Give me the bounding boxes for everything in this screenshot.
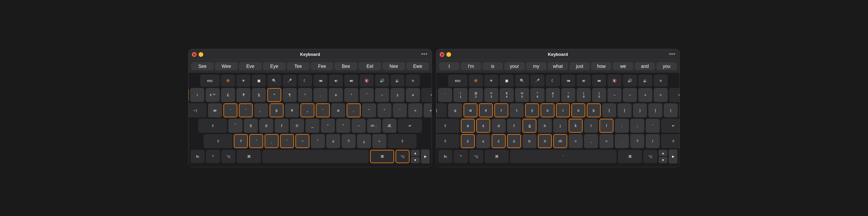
- r-key-m[interactable]: ḿ: [553, 134, 567, 148]
- key-f[interactable]: f: [275, 119, 289, 133]
- suggestion-im[interactable]: I'm: [461, 62, 481, 70]
- r-key-arrow-down[interactable]: ▼: [659, 157, 668, 163]
- suggestion-fee[interactable]: Fee: [311, 62, 333, 70]
- r-key-lbracket[interactable]: [: [618, 103, 631, 117]
- r-key-percent[interactable]: %5: [515, 88, 529, 102]
- right-close-button[interactable]: ✕: [440, 52, 444, 57]
- key-i[interactable]: i: [190, 88, 204, 102]
- suggestion-tee[interactable]: Tee: [287, 62, 309, 70]
- key-thorn[interactable]: þ: [270, 103, 284, 117]
- r-key-d[interactable]: d: [492, 119, 506, 133]
- r-key-z[interactable]: ź: [461, 134, 475, 148]
- r-key-brightness-up[interactable]: ☀: [484, 75, 498, 86]
- key-option-left[interactable]: ⌥: [221, 150, 236, 163]
- r-key-brightness-down[interactable]: 🔅: [469, 75, 483, 86]
- r-key-hash[interactable]: #3: [484, 88, 498, 102]
- r-key-b[interactable]: b: [522, 134, 536, 148]
- key-apostrophe2[interactable]: ʻ: [239, 103, 253, 117]
- r-key-r[interactable]: ŕ: [494, 103, 508, 117]
- key-single-high[interactable]: ': [393, 103, 407, 117]
- key-macron2[interactable]: ¯: [228, 119, 243, 133]
- r-key-fn[interactable]: fn: [438, 150, 453, 163]
- key-dquo[interactable]: ": [321, 119, 335, 133]
- r-key-j[interactable]: j: [553, 119, 567, 133]
- r-key-f[interactable]: f: [507, 119, 521, 133]
- r-key-l[interactable]: l: [584, 119, 598, 133]
- suggestion-wee[interactable]: Wee: [215, 62, 238, 70]
- r-key-dollar[interactable]: $4: [500, 88, 514, 102]
- key-ellipsis[interactable]: Nº…: [367, 119, 381, 133]
- r-key-rewind[interactable]: ⏮: [561, 75, 575, 86]
- suggestion-is[interactable]: is: [483, 62, 503, 70]
- r-key-o[interactable]: ó: [571, 103, 585, 117]
- key-oslash[interactable]: ø: [331, 103, 345, 117]
- key-eth[interactable]: ð: [259, 119, 273, 133]
- key-apos[interactable]: ': [223, 103, 238, 117]
- key-menu[interactable]: ≡: [406, 75, 420, 86]
- suggestion-i[interactable]: I: [439, 62, 460, 70]
- r-key-colon[interactable]: :: [615, 119, 629, 133]
- key-pilcrow[interactable]: ¶: [283, 88, 297, 102]
- r-key-amp[interactable]: &7: [546, 88, 560, 102]
- key-play-pause[interactable]: ⏯: [329, 75, 343, 86]
- key-brightness-up[interactable]: ☀: [237, 75, 250, 86]
- r-key-pipe[interactable]: |: [664, 103, 678, 117]
- key-leq[interactable]: ≤: [326, 134, 340, 148]
- suggestion-nee[interactable]: Nee: [382, 62, 405, 70]
- r-key-u[interactable]: ú: [540, 103, 555, 117]
- key-laquo[interactable]: «: [424, 103, 432, 117]
- r-key-at[interactable]: @2: [469, 88, 483, 102]
- key-spotlight[interactable]: 🔍: [267, 75, 281, 86]
- key-ldquo[interactable]: ": [362, 103, 376, 117]
- key-dictation[interactable]: 🎤: [283, 75, 297, 86]
- key-dot[interactable]: .: [313, 88, 328, 102]
- key-ae[interactable]: æ: [208, 103, 222, 117]
- r-key-k[interactable]: ḱ: [569, 119, 583, 133]
- r-key-v[interactable]: ú: [507, 134, 521, 148]
- r-key-x[interactable]: x: [476, 134, 490, 148]
- r-key-vol-up[interactable]: 🔊: [623, 75, 637, 86]
- key-backtick[interactable]: ` ʻ: [188, 88, 189, 102]
- key-section[interactable]: §: [252, 88, 266, 102]
- suggestion-your[interactable]: your: [504, 62, 525, 70]
- r-key-y[interactable]: ý: [525, 103, 539, 117]
- key-rsquote[interactable]: ': [316, 103, 330, 117]
- key-degree2[interactable]: °: [344, 88, 358, 102]
- key-subcomma[interactable]: ˏ: [265, 134, 279, 148]
- r-key-ctrl[interactable]: ^: [454, 150, 468, 163]
- suggestion-see[interactable]: See: [191, 62, 214, 70]
- r-key-caps[interactable]: ⇧: [436, 119, 460, 133]
- r-key-spacebar[interactable]: ': [510, 150, 617, 163]
- key-ideographic-period[interactable]: 。: [254, 103, 268, 117]
- r-key-n[interactable]: ń: [538, 134, 552, 148]
- suggestion-we[interactable]: we: [613, 62, 633, 70]
- r-key-s[interactable]: ś: [476, 119, 490, 133]
- key-caret[interactable]: ^: [267, 88, 281, 102]
- key-plusminus[interactable]: ±: [391, 88, 405, 102]
- r-key-w[interactable]: ẃ: [463, 103, 477, 117]
- r-key-period[interactable]: .: [615, 134, 629, 148]
- r-key-backslash[interactable]: \: [679, 103, 680, 117]
- r-key-c[interactable]: ć: [492, 134, 506, 148]
- key-macron[interactable]: ¯: [360, 88, 374, 102]
- key-capslock[interactable]: ⇧: [198, 119, 227, 133]
- r-key-backtick[interactable]: `: [438, 88, 452, 102]
- right-menu-button[interactable]: •••: [668, 50, 676, 59]
- r-key-quote[interactable]: ': [646, 119, 660, 133]
- key-question2[interactable]: ?: [342, 134, 355, 148]
- key-shift-right[interactable]: ⇧: [388, 134, 416, 148]
- key-cmd-right[interactable]: ⌘: [370, 150, 394, 163]
- r-key-return[interactable]: ↵: [661, 119, 680, 133]
- key-do-not-disturb[interactable]: ☾: [298, 75, 312, 86]
- key-euro-tm[interactable]: € ™: [206, 88, 220, 102]
- r-key-menu[interactable]: ≡: [654, 75, 668, 86]
- r-key-6[interactable]: ^6: [530, 88, 545, 102]
- r-key-rbrace[interactable]: }: [633, 103, 647, 117]
- key-rdquo[interactable]: ": [377, 103, 392, 117]
- key-brightness-down[interactable]: 🔅: [221, 75, 235, 86]
- key-fast-forward[interactable]: ⏭: [344, 75, 358, 86]
- suggestion-what[interactable]: what: [548, 62, 568, 70]
- suggestion-eve[interactable]: Eve: [239, 62, 261, 70]
- r-key-I-acute[interactable]: Í: [599, 119, 614, 133]
- r-key-tab[interactable]: →|: [436, 103, 447, 117]
